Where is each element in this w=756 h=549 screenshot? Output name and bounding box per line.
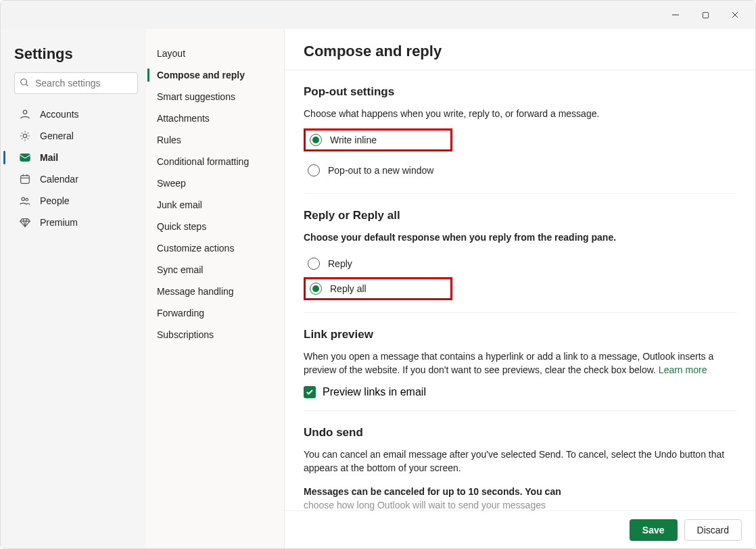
radio-write-inline[interactable] — [310, 134, 322, 146]
nav-label: Calendar — [40, 174, 78, 185]
nav-premium[interactable]: Premium — [14, 212, 138, 233]
secondary-sidebar: Layout Compose and reply Smart suggestio… — [146, 29, 285, 548]
linkpreview-heading: Link preview — [304, 328, 736, 341]
subnav-conditional-formatting[interactable]: Conditional formatting — [146, 151, 279, 172]
titlebar — [1, 1, 755, 29]
radio-popout-window-row[interactable]: Pop-out to a new window — [304, 160, 736, 181]
radio-reply[interactable] — [308, 258, 320, 270]
body: Settings Accounts General Mail — [1, 29, 755, 548]
settings-window: Settings Accounts General Mail — [0, 0, 756, 549]
popout-desc: Choose what happens when you write, repl… — [304, 107, 736, 120]
undosend-desc: You can cancel an email message after yo… — [304, 448, 736, 475]
mail-icon — [18, 151, 32, 164]
subnav-forwarding[interactable]: Forwarding — [146, 302, 279, 324]
nav-accounts[interactable]: Accounts — [14, 103, 138, 125]
popout-heading: Pop-out settings — [304, 85, 736, 99]
radio-reply-all-highlight: Reply all — [304, 277, 452, 300]
subnav-rules[interactable]: Rules — [146, 129, 279, 151]
subnav-compose-and-reply[interactable]: Compose and reply — [146, 64, 279, 86]
diamond-icon — [18, 216, 32, 229]
nav-general[interactable]: General — [14, 125, 138, 147]
replyall-heading: Reply or Reply all — [304, 209, 736, 222]
nav-label: Premium — [40, 217, 78, 228]
undosend-msgline2: choose how long Outlook will wait to sen… — [304, 498, 736, 510]
radio-reply-all-label: Reply all — [330, 283, 367, 294]
svg-point-4 — [21, 79, 27, 85]
svg-rect-8 — [20, 154, 30, 162]
checkbox-preview-links[interactable] — [304, 386, 316, 398]
svg-point-14 — [26, 198, 28, 201]
radio-write-inline-highlight: Write inline — [304, 128, 452, 151]
main-panel: Compose and reply Pop-out settings Choos… — [285, 29, 755, 548]
people-icon — [18, 194, 32, 208]
discard-button[interactable]: Discard — [684, 519, 742, 541]
nav-calendar[interactable]: Calendar — [14, 168, 138, 190]
subnav-message-handling[interactable]: Message handling — [146, 281, 279, 302]
section-popout: Pop-out settings Choose what happens whe… — [304, 70, 736, 194]
linkpreview-desc: When you open a message that contains a … — [304, 350, 736, 377]
subnav-junk-email[interactable]: Junk email — [146, 194, 279, 216]
nav-label: Accounts — [40, 109, 79, 120]
subnav-smart-suggestions[interactable]: Smart suggestions — [146, 86, 279, 108]
radio-reply-label: Reply — [328, 258, 352, 269]
checkbox-preview-links-row[interactable]: Preview links in email — [304, 386, 736, 398]
main-scroll[interactable]: Pop-out settings Choose what happens whe… — [285, 70, 755, 510]
svg-point-13 — [22, 197, 25, 201]
svg-rect-1 — [703, 12, 708, 18]
radio-reply-all[interactable] — [310, 283, 322, 295]
calendar-icon — [18, 172, 32, 186]
nav-label: Mail — [40, 152, 58, 163]
minimize-button[interactable] — [661, 5, 690, 25]
nav-label: People — [40, 195, 70, 206]
footer: Save Discard — [285, 510, 755, 548]
search-input[interactable] — [14, 72, 138, 94]
svg-rect-9 — [21, 176, 30, 184]
search-icon — [20, 78, 29, 89]
page-title: Compose and reply — [285, 29, 755, 70]
subnav-customize-actions[interactable]: Customize actions — [146, 237, 279, 259]
primary-sidebar: Settings Accounts General Mail — [1, 29, 146, 548]
subnav-subscriptions[interactable]: Subscriptions — [146, 324, 279, 345]
replyall-desc: Choose your default response when you re… — [304, 231, 736, 244]
svg-line-5 — [26, 85, 28, 87]
nav-label: General — [40, 130, 74, 141]
close-button[interactable] — [720, 5, 750, 25]
checkbox-preview-links-label: Preview links in email — [323, 386, 426, 398]
person-icon — [18, 108, 32, 121]
undosend-heading: Undo send — [304, 426, 736, 439]
gear-icon — [18, 129, 32, 143]
radio-popout-window-label: Pop-out to a new window — [328, 165, 433, 176]
learn-more-link[interactable]: Learn more — [659, 364, 707, 375]
nav-people[interactable]: People — [14, 190, 138, 212]
radio-write-inline-label: Write inline — [330, 135, 377, 145]
save-button[interactable]: Save — [630, 519, 678, 541]
radio-popout-window[interactable] — [308, 164, 320, 176]
subnav-quick-steps[interactable]: Quick steps — [146, 216, 279, 237]
subnav-attachments[interactable]: Attachments — [146, 108, 279, 129]
svg-point-6 — [23, 110, 26, 114]
maximize-button[interactable] — [690, 5, 720, 25]
section-reply-all: Reply or Reply all Choose your default r… — [304, 194, 736, 312]
section-undo-send: Undo send You can cancel an email messag… — [304, 411, 736, 510]
subnav-layout[interactable]: Layout — [146, 43, 279, 64]
settings-title: Settings — [14, 45, 138, 63]
section-link-preview: Link preview When you open a message tha… — [304, 313, 736, 412]
undosend-msgline: Messages can be canceled for up to 10 se… — [304, 485, 736, 498]
nav-mail[interactable]: Mail — [14, 147, 138, 168]
radio-reply-row[interactable]: Reply — [304, 253, 736, 274]
subnav-sync-email[interactable]: Sync email — [146, 259, 279, 281]
search-wrap — [14, 72, 138, 94]
subnav-sweep[interactable]: Sweep — [146, 172, 279, 194]
svg-point-7 — [23, 134, 26, 137]
